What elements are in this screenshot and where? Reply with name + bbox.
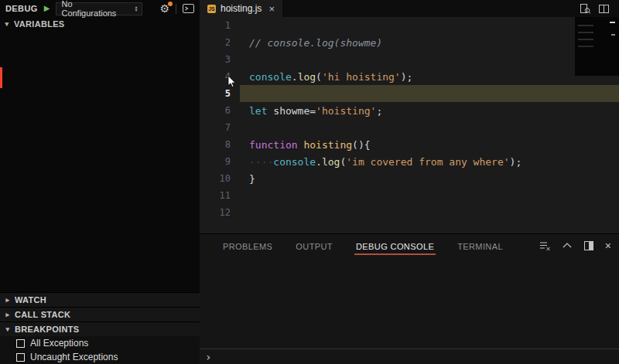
variables-label: VARIABLES [14, 19, 64, 29]
tab-close-icon[interactable]: × [268, 3, 275, 15]
line-number[interactable]: 11 [200, 190, 240, 201]
section-breakpoints[interactable]: ▾ BREAKPOINTS [0, 321, 200, 336]
tab-output[interactable]: OUTPUT [296, 235, 333, 257]
tab-label: hoisting.js [221, 3, 262, 14]
line-number[interactable]: 10 [200, 173, 240, 184]
open-debug-console-icon[interactable] [183, 4, 194, 13]
vscode-debug-window: DEBUG ▶ No Configurations ▴▾ ⚙ ▾ VARIABL… [0, 0, 619, 364]
code-text [240, 85, 619, 102]
panel-tab-bar: PROBLEMS OUTPUT DEBUG CONSOLE TERMINAL × [200, 234, 619, 257]
code-editor[interactable]: 12// console.log(showme)34console.log('h… [200, 17, 619, 233]
checkbox-icon[interactable] [16, 339, 25, 348]
maximize-panel-icon[interactable] [562, 241, 573, 250]
code-line[interactable]: 3 [200, 51, 619, 68]
debug-console-output [200, 257, 619, 349]
code-text [240, 51, 619, 68]
code-text [240, 17, 619, 34]
breakpoint-all-exceptions[interactable]: All Exceptions [0, 336, 200, 350]
minimap-mark [611, 34, 615, 36]
editor-actions [580, 0, 619, 17]
debug-config-label: No Configurations [61, 0, 129, 18]
line-number[interactable]: 7 [200, 122, 240, 133]
code-line[interactable]: 7 [200, 119, 619, 136]
section-watch[interactable]: ▸ WATCH [0, 292, 200, 307]
minimap-mark [610, 22, 615, 23]
open-preview-icon[interactable] [580, 3, 591, 15]
code-line[interactable]: 5 [200, 85, 619, 102]
code-text: // console.log(showme) [240, 34, 619, 51]
restore-panel-icon[interactable] [583, 240, 594, 251]
debug-sidebar: DEBUG ▶ No Configurations ▴▾ ⚙ ▾ VARIABL… [0, 0, 200, 364]
configure-gear-icon[interactable]: ⚙ [159, 3, 169, 14]
line-number[interactable]: 6 [200, 105, 240, 116]
section-variables[interactable]: ▾ VARIABLES [0, 17, 200, 31]
sidebar-bottom-sections: ▸ WATCH ▸ CALL STACK ▾ BREAKPOINTS All E… [0, 292, 200, 364]
sidebar-accent-bar [0, 67, 2, 88]
minimap-code-lines [578, 25, 593, 26]
line-number[interactable]: 9 [200, 156, 240, 167]
breakpoint-label: All Exceptions [30, 338, 88, 349]
code-text: function hoisting(){ [240, 136, 619, 153]
editor-area: JS hoisting.js × 12// console.log(showme… [200, 0, 619, 364]
code-text: } [240, 170, 619, 187]
close-panel-icon[interactable]: × [605, 240, 611, 251]
dropdown-arrows-icon: ▴▾ [135, 5, 137, 12]
tab-problems[interactable]: PROBLEMS [223, 235, 272, 257]
debug-config-dropdown[interactable]: No Configurations ▴▾ [56, 2, 142, 15]
code-line[interactable]: 2// console.log(showme) [200, 34, 619, 51]
code-line[interactable]: 6let showme='hoisting'; [200, 102, 619, 119]
bottom-panel: PROBLEMS OUTPUT DEBUG CONSOLE TERMINAL × [200, 233, 619, 364]
mouse-cursor [227, 75, 237, 89]
code-text: let showme='hoisting'; [240, 102, 619, 119]
section-call-stack[interactable]: ▸ CALL STACK [0, 307, 200, 321]
debug-console-input[interactable]: › [200, 349, 619, 364]
line-number[interactable]: 3 [200, 54, 240, 65]
line-number[interactable]: 2 [200, 37, 240, 48]
code-line[interactable]: 12 [200, 204, 619, 221]
chevron-down-icon: ▾ [3, 20, 11, 28]
code-line[interactable]: 8function hoisting(){ [200, 136, 619, 153]
panel-actions: × [539, 240, 611, 251]
chevron-right-icon: ▸ [4, 311, 12, 318]
console-prompt-icon: › [205, 351, 211, 363]
tab-debug-console[interactable]: DEBUG CONSOLE [356, 235, 434, 257]
breakpoints-label: BREAKPOINTS [15, 325, 79, 334]
line-number[interactable]: 12 [200, 207, 240, 218]
code-line[interactable]: 11 [200, 187, 619, 204]
split-editor-icon[interactable] [598, 3, 610, 15]
start-debug-icon[interactable]: ▶ [44, 5, 50, 12]
breakpoint-uncaught-exceptions[interactable]: Uncaught Exceptions [0, 350, 200, 364]
editor-tab-bar: JS hoisting.js × [200, 0, 619, 17]
code-line[interactable]: 9····console.log('im covered from any wh… [200, 153, 619, 170]
javascript-file-icon: JS [207, 5, 216, 13]
tab-hoisting-js[interactable]: JS hoisting.js × [200, 0, 282, 17]
code-text [240, 119, 619, 136]
code-lines: 12// console.log(showme)34console.log('h… [200, 17, 619, 233]
chevron-down-icon: ▾ [4, 325, 12, 333]
line-number[interactable]: 1 [200, 20, 240, 31]
toolbar-separator [176, 4, 176, 14]
gear-badge [168, 2, 173, 6]
debug-view-title: DEBUG [5, 4, 38, 13]
code-line[interactable]: 10} [200, 170, 619, 187]
line-number[interactable]: 8 [200, 139, 240, 150]
minimap[interactable] [575, 17, 619, 76]
code-text: ····console.log('im covered from any whe… [240, 153, 619, 170]
code-text [240, 187, 619, 204]
chevron-right-icon: ▸ [4, 296, 12, 304]
watch-label: WATCH [15, 295, 46, 304]
breakpoint-label: Uncaught Exceptions [30, 352, 118, 362]
code-text: console.log('hi hoisting'); [240, 68, 619, 85]
tab-terminal[interactable]: TERMINAL [457, 235, 503, 257]
call-stack-label: CALL STACK [15, 310, 70, 319]
debug-toolbar: DEBUG ▶ No Configurations ▴▾ ⚙ [0, 0, 200, 17]
clear-console-icon[interactable] [539, 240, 551, 251]
code-line[interactable]: 4console.log('hi hoisting'); [200, 68, 619, 85]
checkbox-icon[interactable] [16, 353, 25, 362]
code-text [240, 204, 619, 221]
code-line[interactable]: 1 [200, 17, 619, 34]
line-number[interactable]: 5 [200, 88, 240, 99]
